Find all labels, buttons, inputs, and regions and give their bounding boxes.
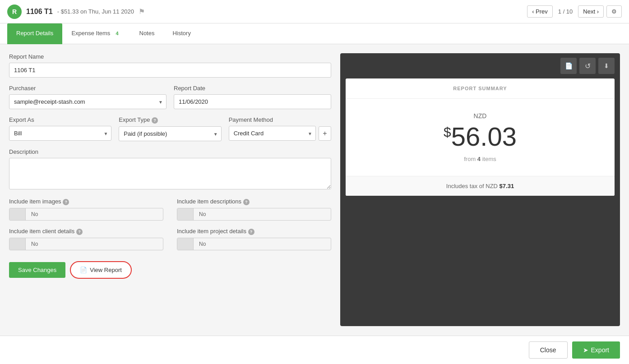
tax-amount: $7.31 [500,183,514,189]
description-group: Description [9,148,331,191]
header-bar: R 1106 T1 - $51.33 on Thu, Jun 11 2020 ⚑… [0,0,629,23]
description-textarea[interactable] [9,158,331,189]
preview-toolbar: 📄 ↺ ⬇ [340,53,620,78]
report-date-col: Report Date [174,85,331,116]
include-descriptions-toggle[interactable]: No [177,208,331,221]
tab-expense-items[interactable]: Expense Items 4 [62,23,130,44]
preview-download-button[interactable]: ⬇ [598,58,615,74]
report-date-label: Report Date [174,85,331,92]
export-type-group: Export Type ? Paid (if possible) Unpaid … [119,116,221,141]
tax-footer: Includes tax of NZD $7.31 [346,176,615,196]
export-type-select-wrap: Paid (if possible) Unpaid Draft ▼ [119,126,221,141]
report-date-input[interactable] [174,94,331,109]
include-descriptions-help-icon[interactable]: ? [243,199,250,205]
purchaser-label: Purchaser [9,85,166,92]
tab-report-details[interactable]: Report Details [7,23,62,44]
include-images-label: Include item images ? [9,198,163,205]
dollar-symbol: $ [444,124,451,139]
purchaser-group: Purchaser sample@receipt-stash.com ▼ [9,85,166,109]
expense-items-badge: 4 [113,30,121,37]
description-label: Description [9,148,331,155]
include-project-label: Include item project details ? [177,228,331,235]
export-type-label: Export Type ? [119,116,221,124]
include-project-help-icon[interactable]: ? [248,229,254,235]
next-button[interactable]: Next › [578,5,604,18]
amount-decimal: .03 [480,122,517,151]
export-type-select[interactable]: Paid (if possible) Unpaid Draft [119,126,221,141]
preview-content: REPORT SUMMARY NZD $56.03 from 4 items I… [346,78,615,196]
prev-button[interactable]: ‹ Prev [527,5,553,18]
page-subtitle: - $51.33 on Thu, Jun 11 2020 [57,8,134,15]
export-as-label: Export As [9,116,111,123]
header-right: ‹ Prev 1 / 10 Next › ⚙ [527,5,622,18]
payment-method-select-wrap: Credit Card Cash Bank Transfer ▼ [229,126,316,141]
amount-integer: 56 [451,122,481,151]
page-title: 1106 T1 [26,8,53,16]
include-descriptions-label: Include item descriptions ? [177,198,331,205]
include-images-group: Include item images ? No [9,198,163,221]
include-images-indicator [9,208,26,221]
purchaser-date-row: Purchaser sample@receipt-stash.com ▼ Rep… [9,85,331,116]
settings-button[interactable]: ⚙ [606,5,622,18]
report-summary-body: NZD $56.03 from 4 items [346,99,615,176]
include-project-value: No [194,238,211,250]
tab-notes[interactable]: Notes [130,23,164,44]
view-report-button[interactable]: 📄 View Report [70,261,132,279]
left-panel: Report Name Purchaser sample@receipt-sta… [9,53,331,326]
report-name-label: Report Name [9,53,331,60]
purchaser-col: Purchaser sample@receipt-stash.com ▼ [9,85,166,116]
from-items-label: from 4 items [355,156,606,162]
tabs-bar: Report Details Expense Items 4 Notes His… [0,23,629,44]
include-client-help-icon[interactable]: ? [76,229,83,235]
export-as-col: Export As Bill Invoice Credit Note ▼ [9,116,111,148]
include-project-indicator [177,238,194,250]
currency-label: NZD [355,112,606,120]
app-logo: R [7,5,22,19]
include-images-value: No [26,208,43,221]
tab-history[interactable]: History [163,23,199,44]
save-changes-button[interactable]: Save Changes [9,262,65,278]
refresh-icon: ↺ [585,62,591,70]
payment-method-row: Credit Card Cash Bank Transfer ▼ + [229,126,331,141]
include-client-label: Include item client details ? [9,228,163,235]
toggles-row-2: Include item client details ? No Include… [9,228,331,250]
include-descriptions-value: No [194,208,211,221]
header-left: R 1106 T1 - $51.33 on Thu, Jun 11 2020 ⚑ [7,5,145,19]
include-client-toggle[interactable]: No [9,238,163,250]
flag-icon: ⚑ [139,7,145,16]
export-as-select[interactable]: Bill Invoice Credit Note [9,126,111,141]
preview-refresh-button[interactable]: ↺ [579,58,596,74]
payment-method-col: Payment Method Credit Card Cash Bank Tra… [229,116,331,148]
add-payment-method-button[interactable]: + [319,126,331,141]
export-type-help-icon[interactable]: ? [152,117,158,124]
main-content: Report Name Purchaser sample@receipt-sta… [0,44,629,335]
toggles-row-1: Include item images ? No Include item de… [9,198,331,221]
include-images-toggle[interactable]: No [9,208,163,221]
include-client-group: Include item client details ? No [9,228,163,250]
include-client-indicator [9,238,26,250]
payment-method-group: Payment Method Credit Card Cash Bank Tra… [229,116,331,141]
report-name-group: Report Name [9,53,331,78]
include-descriptions-group: Include item descriptions ? No [177,198,331,221]
amount-display: $56.03 [355,122,606,151]
report-name-input[interactable] [9,63,331,78]
include-project-group: Include item project details ? No [177,228,331,250]
preview-pdf-button[interactable]: 📄 [560,58,577,74]
purchaser-select[interactable]: sample@receipt-stash.com [9,94,166,109]
export-row: Export As Bill Invoice Credit Note ▼ Exp… [9,116,331,148]
purchaser-select-wrap: sample@receipt-stash.com ▼ [9,94,166,109]
view-report-icon: 📄 [80,267,87,273]
export-as-select-wrap: Bill Invoice Credit Note ▼ [9,126,111,141]
include-images-help-icon[interactable]: ? [63,199,69,205]
export-type-col: Export Type ? Paid (if possible) Unpaid … [119,116,221,148]
right-panel: 📄 ↺ ⬇ REPORT SUMMARY NZD $56.03 from 4 i… [340,53,620,326]
include-descriptions-indicator [177,208,194,221]
payment-method-select[interactable]: Credit Card Cash Bank Transfer [229,126,316,141]
report-date-group: Report Date [174,85,331,109]
pdf-icon: 📄 [565,62,573,69]
footer-main-buttons: Save Changes 📄 View Report [9,261,331,279]
include-client-value: No [26,238,43,250]
export-as-group: Export As Bill Invoice Credit Note ▼ [9,116,111,141]
payment-method-label: Payment Method [229,116,331,123]
include-project-toggle[interactable]: No [177,238,331,250]
